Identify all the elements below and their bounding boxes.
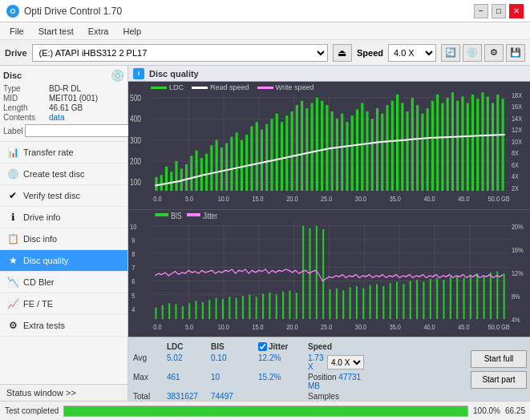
svg-rect-19: [175, 161, 177, 191]
svg-text:2X: 2X: [512, 184, 519, 192]
svg-text:25.0: 25.0: [321, 194, 333, 203]
svg-rect-39: [276, 114, 278, 191]
nav-extra-tests[interactable]: ⚙ Extra tests: [0, 315, 127, 337]
svg-rect-24: [200, 158, 203, 191]
svg-rect-132: [162, 305, 164, 318]
right-panel: i Disc quality LDC Read speed: [128, 66, 530, 401]
read-speed-color: [192, 87, 208, 89]
maximize-button[interactable]: □: [492, 4, 506, 18]
svg-rect-62: [391, 101, 394, 191]
svg-rect-140: [216, 297, 217, 318]
nav-drive-info[interactable]: ℹ Drive info: [0, 207, 127, 228]
menu-help[interactable]: Help: [116, 25, 148, 38]
disc-contents-label: Contents: [3, 113, 47, 122]
start-full-button[interactable]: Start full: [471, 350, 527, 368]
menu-start-test[interactable]: Start test: [32, 25, 80, 38]
nav-create-test-disc[interactable]: 💿 Create test disc: [0, 164, 127, 185]
nav-verify-test-disc[interactable]: ✔ Verify test disc: [0, 185, 127, 207]
svg-rect-30: [230, 137, 233, 191]
svg-text:35.0: 35.0: [390, 322, 402, 331]
disc-label-row: Label 🔍: [3, 123, 124, 138]
svg-text:25.0: 25.0: [321, 322, 333, 331]
nav-transfer-rate[interactable]: 📊 Transfer rate: [0, 142, 127, 164]
app-title: Opti Drive Control 1.70: [24, 6, 122, 17]
svg-rect-177: [463, 277, 465, 319]
svg-text:20.0: 20.0: [286, 194, 298, 203]
stats-bar: LDC BIS Jitter Speed Avg 5.02 0.10: [128, 337, 530, 401]
speed-select-stats[interactable]: 4.0 X: [327, 355, 364, 370]
disc-mid-value: MEIT01 (001): [49, 94, 98, 103]
minimize-button[interactable]: −: [474, 4, 488, 18]
speed-label: Speed: [357, 48, 383, 58]
svg-rect-69: [427, 108, 429, 191]
svg-text:200: 200: [130, 156, 141, 166]
nav-fe-te[interactable]: 📈 FE / TE: [0, 293, 127, 315]
svg-text:16%: 16%: [512, 244, 524, 253]
svg-rect-32: [241, 140, 243, 191]
save-button[interactable]: 💾: [506, 44, 525, 62]
svg-rect-45: [305, 108, 308, 191]
svg-rect-48: [321, 101, 323, 191]
svg-rect-176: [456, 275, 458, 318]
svg-rect-64: [401, 103, 403, 191]
nav-extra-tests-label: Extra tests: [23, 321, 65, 330]
svg-rect-139: [208, 300, 210, 319]
svg-rect-41: [285, 115, 288, 191]
svg-rect-131: [155, 307, 156, 319]
chart-top-svg: 500 400 300 200 100 18X 16X 14X 12X 10X …: [128, 82, 530, 209]
svg-text:8X: 8X: [512, 149, 519, 158]
stats-max-row: Max 461 10 15.2% Position 47731 MB: [133, 372, 463, 391]
speed-value: 1.73 X: [308, 353, 325, 371]
legend-ldc: LDC: [151, 83, 184, 91]
svg-rect-15: [155, 177, 157, 191]
status-window-button[interactable]: Status window >>: [0, 384, 127, 401]
svg-rect-42: [290, 111, 293, 191]
jitter-checkbox[interactable]: [258, 342, 267, 351]
disc-read-button[interactable]: 💿: [463, 44, 482, 62]
drive-icons: 🔄 💿 ⚙ 💾: [441, 44, 525, 62]
nav-disc-info[interactable]: 📋 Disc info: [0, 228, 127, 250]
svg-rect-22: [190, 155, 192, 191]
empty8: [247, 392, 258, 401]
svg-rect-144: [242, 295, 244, 318]
svg-rect-43: [296, 105, 298, 191]
disc-mid-label: MID: [3, 94, 47, 103]
menu-extra[interactable]: Extra: [82, 25, 115, 38]
main-layout: Disc 💿 Type BD-R DL MID MEIT01 (001) Len…: [0, 66, 530, 401]
legend-write-speed: Write speed: [257, 83, 314, 91]
col-ldc: LDC: [167, 342, 211, 351]
svg-rect-180: [483, 275, 485, 318]
refresh-button[interactable]: 🔄: [441, 44, 460, 62]
svg-rect-138: [202, 301, 204, 318]
drive-select[interactable]: (E:) ATAPI iHBS312 2 PL17: [32, 44, 328, 62]
svg-rect-136: [188, 303, 190, 319]
total-label: Total: [133, 392, 167, 401]
svg-rect-74: [451, 92, 454, 191]
svg-rect-137: [196, 301, 197, 318]
svg-rect-59: [376, 108, 378, 191]
speed-select[interactable]: 4.0 X: [388, 44, 436, 62]
svg-text:20%: 20%: [512, 221, 524, 230]
svg-rect-156: [322, 228, 324, 318]
nav-cd-bler[interactable]: 📉 CD Bler: [0, 272, 127, 293]
close-button[interactable]: ✕: [509, 4, 524, 18]
create-test-disc-icon: 💿: [6, 168, 19, 180]
disc-length-row: Length 46.61 GB: [3, 103, 124, 112]
settings-button[interactable]: ⚙: [484, 44, 504, 62]
nav-fe-te-label: FE / TE: [23, 299, 53, 309]
svg-text:5.0: 5.0: [185, 322, 193, 331]
menu-file[interactable]: File: [3, 25, 30, 38]
svg-rect-68: [421, 114, 423, 191]
chart-top-legend: LDC Read speed Write speed: [151, 83, 508, 91]
position-container: Position 47731 MB: [308, 373, 364, 390]
start-part-button[interactable]: Start part: [471, 371, 527, 389]
disc-label-input[interactable]: [25, 124, 131, 137]
svg-text:30.0: 30.0: [355, 322, 367, 331]
svg-rect-47: [316, 98, 318, 191]
nav-transfer-rate-label: Transfer rate: [23, 147, 74, 157]
nav-disc-quality[interactable]: ★ Disc quality: [0, 250, 127, 272]
svg-rect-25: [205, 154, 208, 191]
svg-rect-57: [366, 111, 368, 191]
eject-button[interactable]: ⏏: [333, 44, 352, 62]
svg-text:0.0: 0.0: [153, 322, 161, 331]
